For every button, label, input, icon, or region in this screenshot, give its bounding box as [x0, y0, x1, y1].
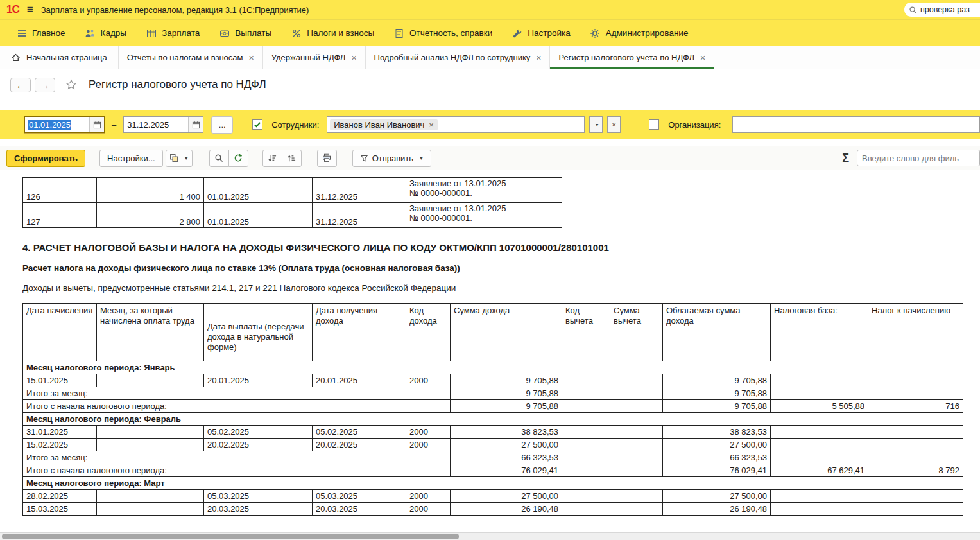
report-cell[interactable]: Заявление от 13.01.2025№ 0000-000001.	[406, 178, 562, 203]
report-cell[interactable]: 28.02.2025	[23, 490, 97, 503]
report-cell[interactable]: 716	[868, 400, 963, 413]
report-cell[interactable]	[610, 374, 663, 387]
quick-search-input[interactable]	[920, 5, 979, 14]
report-cell[interactable]	[562, 451, 610, 464]
total-label[interactable]: Итого с начала налогового периода:	[23, 400, 451, 413]
report-cell[interactable]	[771, 490, 868, 503]
report-cell[interactable]: 05.03.2025	[204, 490, 313, 503]
report-cell[interactable]: 2000	[406, 374, 451, 387]
report-cell[interactable]	[610, 490, 663, 503]
report-cell[interactable]: 26 190,48	[663, 503, 771, 516]
report-cell[interactable]: 31.12.2025	[313, 203, 406, 228]
report-cell[interactable]: 31.01.2025	[23, 426, 97, 439]
menu-item[interactable]: Выплаты	[209, 20, 281, 46]
menu-item[interactable]: Зарплата	[136, 20, 209, 46]
employees-checkbox[interactable]	[252, 119, 262, 130]
report-cell[interactable]	[868, 439, 963, 451]
report-cell[interactable]: 26 190,48	[451, 503, 562, 516]
report-cell[interactable]: 20.01.2025	[204, 374, 313, 387]
report-cell[interactable]	[771, 503, 868, 516]
report-cell[interactable]: 05.02.2025	[204, 426, 313, 439]
report-cell[interactable]	[562, 374, 610, 387]
report-cell[interactable]: 27 500,00	[451, 439, 562, 451]
calendar-icon[interactable]	[188, 117, 203, 132]
menu-item[interactable]: Налоги и взносы	[281, 20, 384, 46]
sum-indicator[interactable]: Σ	[842, 152, 849, 165]
report-cell[interactable]: 9 705,88	[663, 387, 771, 400]
tab-close-icon[interactable]: ×	[700, 53, 705, 62]
main-menu-icon[interactable]: ≡	[27, 3, 33, 16]
total-label[interactable]: Итого за месяц:	[23, 451, 451, 464]
report-cell[interactable]	[610, 439, 663, 451]
tab-close-icon[interactable]: ×	[536, 53, 541, 62]
tab-1[interactable]: Отчеты по налогам и взносам×	[119, 46, 263, 69]
report-cell[interactable]: 20.03.2025	[204, 503, 313, 516]
sort-descending-button[interactable]	[262, 150, 282, 167]
report-cell[interactable]: 126	[23, 178, 97, 203]
report-cell[interactable]	[562, 490, 610, 503]
report-cell[interactable]: 15.03.2025	[23, 503, 97, 516]
report-cell[interactable]	[562, 503, 610, 516]
find-button[interactable]	[209, 150, 229, 167]
report-cell[interactable]: 76 029,41	[451, 464, 562, 477]
tab-4[interactable]: Регистр налогового учета по НДФЛ×	[550, 46, 714, 69]
report-cell[interactable]	[610, 400, 663, 413]
report-cell[interactable]: 8 792	[868, 464, 963, 477]
print-button[interactable]	[317, 150, 337, 167]
report-cell[interactable]: 01.01.2025	[204, 203, 313, 228]
menu-item[interactable]: Настройка	[502, 20, 580, 46]
report-cell[interactable]: 20.03.2025	[313, 503, 406, 516]
employees-input[interactable]: Иванов Иван Иванович ×	[327, 116, 585, 133]
report-cell[interactable]	[562, 426, 610, 439]
remove-employee-icon[interactable]: ×	[429, 120, 434, 130]
report-cell[interactable]	[562, 387, 610, 400]
scrollbar-thumb[interactable]	[2, 534, 459, 539]
report-cell[interactable]: 27 500,00	[451, 490, 562, 503]
report-cell[interactable]	[562, 439, 610, 451]
employees-clear-button[interactable]: ×	[607, 116, 621, 133]
report-cell[interactable]: 20.01.2025	[313, 374, 406, 387]
total-label[interactable]: Итого за месяц:	[23, 387, 451, 400]
calendar-icon[interactable]	[89, 117, 104, 132]
report-cell[interactable]: 01.01.2025	[204, 178, 313, 203]
report-cell[interactable]: 05.03.2025	[313, 490, 406, 503]
report-cell[interactable]	[868, 490, 963, 503]
forward-button[interactable]: →	[35, 78, 55, 92]
report-cell[interactable]	[97, 426, 204, 439]
report-cell[interactable]: 38 823,53	[663, 426, 771, 439]
report-cell[interactable]	[562, 464, 610, 477]
report-cell[interactable]: 9 705,88	[663, 374, 771, 387]
report-cell[interactable]	[771, 374, 868, 387]
menu-item[interactable]: Администрирование	[580, 20, 698, 46]
report-cell[interactable]: 66 323,53	[663, 451, 771, 464]
generate-button[interactable]: Сформировать	[6, 150, 85, 167]
date-to-input[interactable]: 31.12.2025	[124, 117, 188, 132]
settings-button[interactable]: Настройки...	[99, 150, 163, 167]
tab-close-icon[interactable]: ×	[249, 53, 254, 62]
month-section-label[interactable]: Месяц налогового периода: Март	[23, 477, 963, 490]
report-cell[interactable]: 66 323,53	[451, 451, 562, 464]
organization-input[interactable]	[732, 116, 980, 133]
employees-dropdown-button[interactable]: ▼	[589, 116, 603, 133]
report-cell[interactable]: 2000	[406, 503, 451, 516]
report-cell[interactable]	[97, 503, 204, 516]
month-section-label[interactable]: Месяц налогового периода: Февраль	[23, 413, 963, 426]
report-cell[interactable]: 2000	[406, 426, 451, 439]
report-cell[interactable]: 27 500,00	[663, 439, 771, 451]
report-cell[interactable]: 15.02.2025	[23, 439, 97, 451]
report-cell[interactable]	[771, 451, 868, 464]
send-button[interactable]: Отправить ▼	[352, 150, 431, 167]
report-cell[interactable]: 27 500,00	[663, 490, 771, 503]
filter-words-input[interactable]	[857, 150, 980, 166]
report-cell[interactable]: 20.02.2025	[204, 439, 313, 451]
month-section-label[interactable]: Месяц налогового периода: Январь	[23, 361, 963, 374]
menu-item[interactable]: Отчетность, справки	[384, 20, 502, 46]
report-cell[interactable]	[771, 387, 868, 400]
report-cell[interactable]	[610, 464, 663, 477]
period-more-button[interactable]: ...	[211, 116, 233, 134]
report-cell[interactable]: 9 705,88	[451, 374, 562, 387]
report-cell[interactable]	[97, 374, 204, 387]
report-cell[interactable]	[771, 426, 868, 439]
menu-item[interactable]: Кадры	[75, 20, 136, 46]
tab-home[interactable]: Начальная страница	[0, 46, 119, 69]
